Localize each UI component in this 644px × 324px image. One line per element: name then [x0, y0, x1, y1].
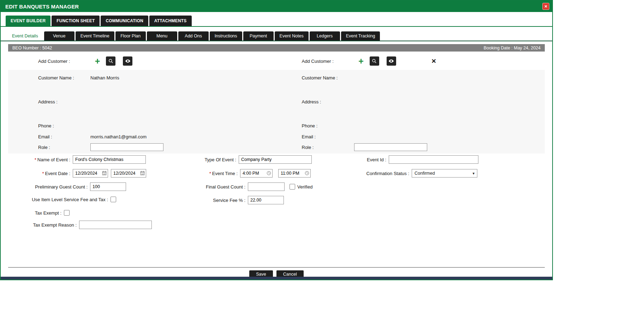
final-guest-count-field: Final Guest Count : Verified [248, 182, 312, 191]
tax-exempt-reason-input[interactable] [79, 221, 152, 229]
tab-payment[interactable]: Payment [243, 31, 274, 41]
close-icon: ✕ [431, 58, 436, 65]
preliminary-guest-count-label: Preliminary Guest Count : [35, 184, 88, 190]
tab-event-notes[interactable]: Event Notes [275, 31, 309, 41]
eye-icon [388, 59, 394, 63]
customer-name-value: Nathan Morris [90, 75, 119, 80]
role-input[interactable] [354, 143, 427, 151]
event-start-date-wrap: 14 [73, 169, 108, 178]
tab-event-details[interactable]: Event Details [7, 31, 43, 41]
phone-row: Phone : [38, 123, 281, 128]
confirmation-status-field: Confirmation Status : Confirmed ▾ [412, 169, 477, 178]
role-row: Role : [38, 143, 281, 151]
use-item-level-checkbox[interactable] [111, 197, 116, 202]
phone-row: Phone : [302, 123, 545, 128]
required-marker: * [209, 171, 211, 176]
email-label: Email : [302, 134, 354, 139]
confirmation-status-value: Confirmed [415, 171, 435, 176]
tab-add-ons[interactable]: Add Ons [178, 31, 209, 41]
close-button[interactable]: ✕ [542, 3, 549, 10]
service-fee-input[interactable] [248, 196, 284, 204]
final-guest-count-label: Final Guest Count : [206, 184, 245, 190]
sub-tab-bar: Event Details Venue Event Timeline Floor… [1, 27, 552, 41]
name-of-event-label: * Name of Event : [35, 157, 70, 162]
tab-event-builder[interactable]: EVENT BUILDER [6, 16, 50, 26]
tab-attachments[interactable]: ATTACHMENTS [149, 16, 192, 26]
use-item-level-field: Use Item Level Service Fee and Tax : [111, 197, 116, 202]
required-marker: * [42, 171, 44, 176]
tab-communication[interactable]: COMMUNICATION [101, 16, 148, 26]
email-label: Email : [38, 134, 90, 139]
clock-icon[interactable] [267, 171, 271, 175]
add-customer-rows: Add Customer : + A [8, 55, 545, 67]
required-marker: * [35, 157, 36, 162]
event-id-field: Event Id : [389, 155, 478, 164]
tab-event-tracking[interactable]: Event Tracking [341, 31, 380, 41]
eye-icon [125, 59, 131, 63]
window-title: EDIT BANQUETS MANAGER [5, 4, 79, 10]
final-guest-count-input[interactable] [248, 182, 285, 191]
phone-label: Phone : [302, 123, 354, 128]
email-row: Email : morris.nathan1@gmail.com [38, 134, 281, 139]
name-of-event-field: * Name of Event : [73, 155, 146, 164]
service-fee-field: Service Fee % : [248, 196, 284, 204]
tax-exempt-reason-label: Tax Exempt Reason : [33, 222, 77, 228]
confirmation-status-select[interactable]: Confirmed ▾ [412, 169, 477, 178]
tab-venue[interactable]: Venue [44, 31, 74, 41]
search-customer-button[interactable] [370, 56, 379, 66]
svg-text:14: 14 [141, 173, 143, 175]
close-icon: ✕ [544, 4, 547, 9]
add-customer-label: Add Customer : [302, 59, 357, 64]
tab-ledgers[interactable]: Ledgers [310, 31, 340, 41]
view-customer-button[interactable] [123, 56, 132, 66]
customer-panel: Customer Name : Nathan Morris Address : … [8, 70, 545, 154]
tab-event-timeline[interactable]: Event Timeline [76, 31, 114, 41]
address-row: Address : [38, 99, 281, 104]
event-details-form: * Name of Event : Type Of Event : Event … [8, 154, 545, 233]
event-time-field: * Event Time : [240, 169, 311, 178]
event-id-input[interactable] [389, 155, 478, 164]
add-customer-button[interactable]: + [93, 57, 102, 65]
tab-menu[interactable]: Menu [147, 31, 177, 41]
customer-name-label: Customer Name : [38, 75, 90, 80]
calendar-icon[interactable]: 14 [102, 171, 107, 175]
customer-panel-left: Customer Name : Nathan Morris Address : … [8, 70, 281, 154]
role-input[interactable] [90, 143, 163, 151]
clock-icon[interactable] [305, 171, 309, 175]
beo-number: BEO Number : 5042 [12, 46, 52, 50]
address-label: Address : [302, 99, 354, 104]
search-customer-button[interactable] [106, 56, 115, 66]
tab-floor-plan[interactable]: Floor Plan [115, 31, 146, 41]
type-of-event-field: Type Of Event : [239, 155, 312, 164]
tax-exempt-checkbox[interactable] [64, 210, 70, 216]
event-end-date-wrap: 14 [111, 169, 146, 178]
tax-exempt-reason-field: Tax Exempt Reason : [79, 221, 152, 229]
add-customer-button[interactable]: + [357, 57, 365, 65]
customer-name-label: Customer Name : [302, 75, 354, 80]
view-customer-button[interactable] [387, 56, 396, 66]
name-of-event-input[interactable] [73, 155, 146, 164]
main-tab-bar: EVENT BUILDER FUNCTION SHEET COMMUNICATI… [1, 12, 552, 27]
email-row: Email : [302, 134, 545, 139]
remove-customer-button[interactable]: ✕ [431, 58, 436, 65]
verified-checkbox[interactable] [290, 184, 295, 190]
add-customer-row-left: Add Customer : + [8, 55, 281, 67]
footer-divider [8, 267, 545, 268]
role-row: Role : [302, 143, 545, 151]
role-label: Role : [302, 145, 354, 150]
plus-icon: + [95, 56, 100, 66]
chevron-down-icon: ▾ [472, 171, 475, 176]
add-customer-label: Add Customer : [38, 59, 93, 64]
type-of-event-input[interactable] [239, 155, 312, 164]
tab-instructions[interactable]: Instructions [210, 31, 242, 41]
preliminary-guest-count-input[interactable] [90, 182, 126, 191]
search-icon [108, 59, 113, 64]
title-bar: EDIT BANQUETS MANAGER ✕ [1, 1, 552, 12]
calendar-icon[interactable]: 14 [140, 171, 145, 175]
role-label: Role : [38, 145, 90, 150]
email-value: morris.nathan1@gmail.com [90, 134, 147, 139]
type-of-event-label: Type Of Event : [204, 157, 236, 162]
edit-banquets-manager-window: EDIT BANQUETS MANAGER ✕ EVENT BUILDER FU… [0, 0, 553, 280]
event-start-time-wrap [240, 169, 273, 178]
tab-function-sheet[interactable]: FUNCTION SHEET [52, 16, 100, 26]
